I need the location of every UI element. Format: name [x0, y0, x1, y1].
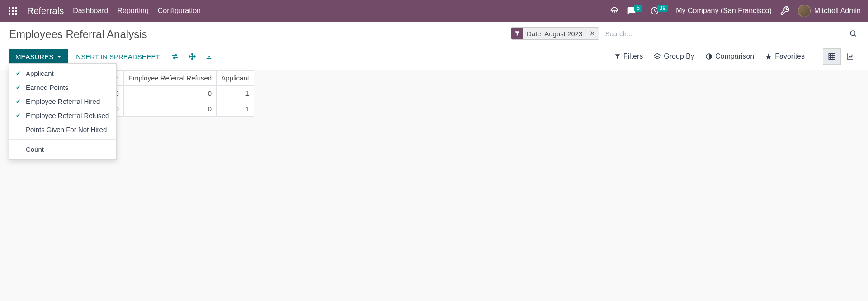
top-navbar: Referrals Dashboard Reporting Configurat…	[0, 0, 868, 22]
measure-item-applicant[interactable]: ✔ Applicant	[9, 66, 116, 80]
measure-label: Applicant	[26, 70, 54, 77]
facet-remove[interactable]: ✕	[586, 29, 599, 38]
facet-label: Date: August 2023	[523, 30, 586, 38]
search-facet: Date: August 2023 ✕	[511, 27, 599, 40]
app-brand[interactable]: Referrals	[27, 6, 64, 16]
search-input[interactable]	[603, 28, 847, 39]
groupby-button[interactable]: Group By	[654, 52, 694, 61]
debug-icon[interactable]	[780, 6, 790, 16]
measure-item-referral-hired[interactable]: ✔ Employee Referral Hired	[9, 94, 116, 108]
graph-view-button[interactable]	[841, 48, 859, 65]
filters-label: Filters	[623, 52, 643, 61]
svg-rect-4	[12, 10, 14, 12]
measure-label: Count	[26, 146, 44, 153]
measure-item-count[interactable]: ✔ Count	[9, 142, 116, 156]
check-icon: ✔	[16, 98, 22, 105]
svg-rect-6	[9, 13, 10, 15]
svg-line-15	[854, 35, 856, 36]
svg-rect-0	[9, 7, 10, 9]
filter-icon	[511, 28, 523, 39]
favorites-button[interactable]: Favorites	[765, 52, 805, 61]
content-area: ts Employee Referral Hired Employee Refe…	[0, 70, 868, 301]
measure-label: Earned Points	[26, 84, 68, 91]
view-switcher	[823, 48, 859, 65]
comparison-label: Comparison	[715, 52, 754, 61]
insert-spreadsheet-button[interactable]: INSERT IN SPREADSHEET	[68, 49, 166, 64]
pivot-col-header[interactable]: Employee Referral Refused	[123, 71, 216, 86]
check-icon: ✔	[16, 112, 22, 119]
caret-down-icon	[57, 56, 61, 58]
search-container: Date: August 2023 ✕	[511, 27, 859, 41]
check-icon: ✔	[16, 70, 22, 77]
filters-button[interactable]: Filters	[614, 52, 643, 61]
navbar-right: 5 39 My Company (San Francisco) Mitchell…	[610, 5, 861, 17]
svg-rect-7	[12, 13, 14, 15]
user-menu[interactable]: Mitchell Admin	[798, 5, 861, 17]
svg-marker-18	[655, 53, 660, 57]
measures-button[interactable]: MEASURES	[9, 49, 68, 64]
user-name: Mitchell Admin	[814, 7, 861, 15]
pivot-view-button[interactable]	[823, 48, 841, 65]
measure-item-points-not-hired[interactable]: ✔ Points Given For Not Hired	[9, 122, 116, 136]
messages-icon[interactable]: 5	[627, 6, 642, 15]
messages-badge: 5	[634, 5, 642, 12]
download-button[interactable]	[201, 50, 217, 63]
measure-label: Employee Referral Refused	[26, 112, 109, 119]
activities-badge: 39	[657, 5, 668, 12]
svg-marker-20	[766, 53, 772, 59]
svg-rect-2	[15, 7, 17, 9]
svg-point-14	[850, 31, 855, 36]
title-row: Employees Referral Analysis Date: August…	[0, 22, 868, 45]
expand-all-button[interactable]	[184, 50, 201, 63]
control-row: MEASURES INSERT IN SPREADSHEET Filters G…	[0, 45, 868, 70]
measure-item-earned-points[interactable]: ✔ Earned Points	[9, 80, 116, 94]
search-icon[interactable]	[847, 28, 859, 39]
dropdown-divider	[9, 139, 116, 140]
page-title: Employees Referral Analysis	[9, 28, 147, 41]
pivot-area: ts Employee Referral Hired Employee Refe…	[0, 70, 868, 117]
activities-icon[interactable]: 39	[650, 6, 668, 15]
apps-icon[interactable]	[7, 5, 18, 16]
pivot-cell: 1	[217, 86, 254, 101]
measure-label: Points Given For Not Hired	[26, 126, 107, 133]
svg-rect-5	[15, 10, 17, 12]
company-switcher[interactable]: My Company (San Francisco)	[676, 7, 772, 15]
nav-configuration[interactable]: Configuration	[158, 7, 201, 15]
right-controls: Filters Group By Comparison Favorites	[614, 48, 859, 65]
pivot-cell: 1	[217, 101, 254, 117]
svg-rect-3	[9, 10, 10, 12]
pivot-cell: 0	[123, 101, 216, 117]
comparison-button[interactable]: Comparison	[705, 52, 754, 61]
favorites-label: Favorites	[775, 52, 805, 61]
pivot-col-header[interactable]: Applicant	[217, 71, 254, 86]
pivot-cell: 0	[123, 86, 216, 101]
measures-label: MEASURES	[15, 53, 53, 61]
groupby-label: Group By	[664, 52, 694, 61]
measure-label: Employee Referral Hired	[26, 98, 100, 105]
svg-rect-21	[829, 53, 835, 60]
check-icon: ✔	[16, 84, 22, 91]
nav-dashboard[interactable]: Dashboard	[73, 7, 108, 15]
measures-dropdown: ✔ Applicant ✔ Earned Points ✔ Employee R…	[9, 63, 117, 160]
nav-reporting[interactable]: Reporting	[117, 7, 148, 15]
tray-icon-1[interactable]	[610, 6, 619, 15]
navbar-left: Referrals Dashboard Reporting Configurat…	[7, 5, 201, 16]
flip-axis-button[interactable]	[166, 50, 184, 63]
measure-item-referral-refused[interactable]: ✔ Employee Referral Refused	[9, 108, 116, 122]
svg-rect-8	[15, 13, 17, 15]
svg-rect-1	[12, 7, 14, 9]
avatar	[798, 5, 811, 17]
